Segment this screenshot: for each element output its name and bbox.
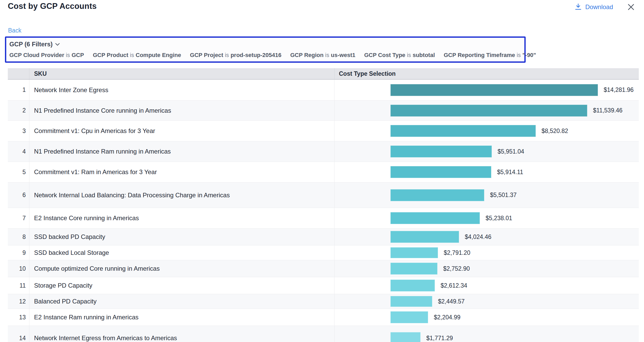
row-index: 1 xyxy=(8,80,29,100)
table-row[interactable]: 11Storage PD Capacity$2,612.34 xyxy=(8,277,639,294)
sku-name: Network Internal Load Balancing: Data Pr… xyxy=(29,182,334,208)
cost-bar xyxy=(390,189,484,201)
sku-name: Storage PD Capacity xyxy=(29,277,334,294)
download-icon xyxy=(575,3,582,11)
filter-group-label: GCP (6 Filters) xyxy=(9,41,53,48)
sku-name: E2 Instance Ram running in Americas xyxy=(29,309,334,326)
table-row[interactable]: 7E2 Instance Core running in Americas$5,… xyxy=(8,208,639,229)
cost-bar-cell: $2,449.57 xyxy=(334,294,639,309)
cost-value-label: $8,520.82 xyxy=(542,128,568,135)
cost-bar-cell: $14,281.96 xyxy=(334,80,639,100)
table-header-row: SKU Cost Type Selection xyxy=(8,68,639,80)
table-row[interactable]: 13E2 Instance Ram running in Americas$2,… xyxy=(8,309,639,326)
download-label: Download xyxy=(585,3,613,11)
cost-bar xyxy=(390,166,491,178)
sku-name: Commitment v1: Cpu in Americas for 3 Yea… xyxy=(29,121,334,141)
filter-chip: GCP Reporting Timeframe is "-90" xyxy=(444,52,536,59)
table-row[interactable]: 10Compute optimized Core running in Amer… xyxy=(8,260,639,277)
row-index: 12 xyxy=(8,294,29,309)
table-row[interactable]: 1Network Inter Zone Egress$14,281.96 xyxy=(8,80,639,100)
sku-name: SSD backed PD Capacity xyxy=(29,229,334,245)
cost-value-label: $4,024.46 xyxy=(465,233,491,240)
back-link[interactable]: Back xyxy=(8,27,21,34)
row-index: 14 xyxy=(8,326,29,342)
row-index: 7 xyxy=(8,208,29,228)
cost-bar xyxy=(390,296,432,307)
cost-value-label: $2,752.90 xyxy=(443,265,470,272)
cost-value-label: $5,501.37 xyxy=(490,192,517,199)
cost-bar-cell: $5,501.37 xyxy=(334,182,639,208)
filter-chip: GCP Region is us-west1 xyxy=(290,52,355,59)
table-row[interactable]: 4N1 Predefined Instance Ram running in A… xyxy=(8,141,639,162)
row-index: 2 xyxy=(8,100,29,121)
table-row[interactable]: 3Commitment v1: Cpu in Americas for 3 Ye… xyxy=(8,121,639,141)
row-index: 13 xyxy=(8,309,29,326)
filter-panel: GCP (6 Filters) GCP Cloud Provider is GC… xyxy=(5,36,526,63)
sku-name: Network Inter Zone Egress xyxy=(29,80,334,100)
filter-chip: GCP Product is Compute Engine xyxy=(93,52,181,59)
cost-bar xyxy=(390,247,438,258)
filter-chip: GCP Project is prod-setup-205416 xyxy=(190,52,281,59)
table-row[interactable]: 5Commitment v1: Ram in Americas for 3 Ye… xyxy=(8,162,639,182)
sku-name: Compute optimized Core running in Americ… xyxy=(29,260,334,277)
cost-value-label: $5,914.11 xyxy=(497,169,523,176)
filter-group-dropdown[interactable]: GCP (6 Filters) xyxy=(8,41,60,48)
row-index: 8 xyxy=(8,229,29,245)
column-header-sku: SKU xyxy=(29,68,334,79)
cost-value-label: $2,449.57 xyxy=(438,298,465,305)
table-row[interactable]: 6Network Internal Load Balancing: Data P… xyxy=(8,182,639,208)
sku-name: Network Internet Egress from Americas to… xyxy=(29,326,334,342)
sku-name: Commitment v1: Ram in Americas for 3 Yea… xyxy=(29,162,334,182)
close-icon[interactable] xyxy=(627,3,635,11)
row-index: 4 xyxy=(8,141,29,162)
table-row[interactable]: 9SSD backed Local Storage$2,791.20 xyxy=(8,245,639,260)
cost-bar-cell: $1,771.29 xyxy=(334,326,639,342)
cost-value-label: $1,771.29 xyxy=(426,335,453,342)
cost-bar xyxy=(390,332,421,342)
table-row[interactable]: 14Network Internet Egress from Americas … xyxy=(8,326,639,342)
cost-value-label: $5,951.04 xyxy=(498,148,524,155)
cost-value-label: $2,612.34 xyxy=(441,282,467,289)
download-button[interactable]: Download xyxy=(575,3,613,11)
filter-chip: GCP Cloud Provider is GCP xyxy=(9,52,84,59)
filter-chip-list: GCP Cloud Provider is GCPGCP Product is … xyxy=(8,52,522,59)
cost-bar xyxy=(390,212,480,224)
cost-bar-cell: $8,520.82 xyxy=(334,121,639,141)
filter-chip: GCP Cost Type is subtotal xyxy=(364,52,435,59)
cost-bar xyxy=(390,231,459,243)
column-header-index xyxy=(8,68,29,79)
cost-value-label: $5,238.01 xyxy=(486,215,512,222)
cost-bar xyxy=(390,263,437,275)
cost-bar xyxy=(390,125,536,137)
top-actions: Download xyxy=(575,3,635,11)
cost-value-label: $2,791.20 xyxy=(444,249,470,256)
cost-bar-cell: $5,914.11 xyxy=(334,162,639,182)
table-row[interactable]: 2N1 Predefined Instance Core running in … xyxy=(8,100,639,121)
cost-bar-cell: $2,204.99 xyxy=(334,309,639,326)
column-header-cost-type: Cost Type Selection xyxy=(334,68,639,79)
cost-bar-cell: $2,752.90 xyxy=(334,260,639,277)
cost-bar-cell: $2,791.20 xyxy=(334,245,639,260)
sku-name: Balanced PD Capacity xyxy=(29,294,334,309)
cost-bar xyxy=(390,280,435,292)
cost-value-label: $2,204.99 xyxy=(434,314,460,321)
sku-name: E2 Instance Core running in Americas xyxy=(29,208,334,228)
cost-bar-cell: $11,539.46 xyxy=(334,100,639,121)
row-index: 10 xyxy=(8,260,29,277)
cost-value-label: $11,539.46 xyxy=(593,107,622,114)
cost-table: SKU Cost Type Selection 1Network Inter Z… xyxy=(8,68,639,342)
row-index: 9 xyxy=(8,245,29,260)
sku-name: N1 Predefined Instance Ram running in Am… xyxy=(29,141,334,162)
cost-bar xyxy=(390,105,587,117)
chevron-down-icon xyxy=(55,43,60,46)
table-row[interactable]: 8SSD backed PD Capacity$4,024.46 xyxy=(8,229,639,245)
sku-name: N1 Predefined Instance Core running in A… xyxy=(29,100,334,121)
cost-bar-cell: $5,951.04 xyxy=(334,141,639,162)
cost-bar-cell: $5,238.01 xyxy=(334,208,639,228)
row-index: 6 xyxy=(8,182,29,208)
page-title: Cost by GCP Accounts xyxy=(8,2,97,11)
table-row[interactable]: 12Balanced PD Capacity$2,449.57 xyxy=(8,294,639,309)
cost-bar xyxy=(390,84,598,96)
sku-name: SSD backed Local Storage xyxy=(29,245,334,260)
cost-bar-cell: $2,612.34 xyxy=(334,277,639,294)
